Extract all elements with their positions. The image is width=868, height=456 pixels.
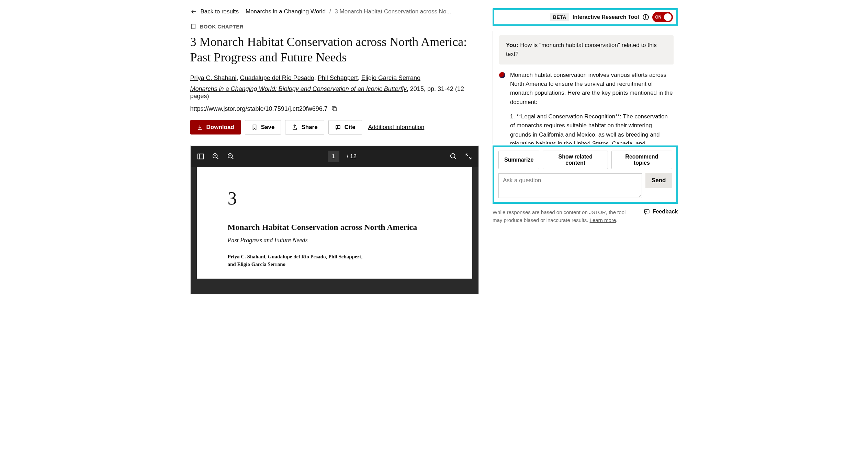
cite-label: Cite: [345, 124, 356, 131]
send-button[interactable]: Send: [645, 173, 672, 188]
viewer-toolbar: / 12: [191, 146, 478, 167]
back-to-results-label: Back to results: [201, 8, 239, 15]
download-icon: [197, 124, 203, 130]
back-to-results-link[interactable]: Back to results: [190, 8, 239, 15]
share-button[interactable]: Share: [285, 120, 324, 135]
chapter-authors: Priya C. Shahani, Guadalupe del Río Pesa…: [228, 253, 441, 268]
chapter-subtitle: Past Progress and Future Needs: [228, 237, 441, 244]
chapter-title: Monarch Habitat Conservation across Nort…: [228, 223, 441, 232]
share-label: Share: [301, 124, 317, 131]
share-icon: [292, 124, 298, 130]
page-title: 3 Monarch Habitat Conservation across No…: [190, 34, 479, 65]
stable-url: https://www.jstor.org/stable/10.7591/j.c…: [190, 105, 328, 113]
author-link[interactable]: Priya C. Shahani: [190, 74, 237, 81]
pdf-page: 3 Monarch Habitat Conservation across No…: [197, 167, 472, 279]
ai-avatar-icon: [499, 72, 505, 78]
author-link[interactable]: Guadalupe del Río Pesado: [240, 74, 314, 81]
ask-question-input[interactable]: [498, 173, 642, 198]
svg-rect-2: [336, 125, 340, 128]
research-tool-header: BETA Interactive Research Tool i ON: [493, 8, 678, 26]
ai-paragraph: Monarch habitat conservation involves va…: [510, 71, 674, 107]
page-total: / 12: [347, 153, 357, 160]
download-label: Download: [206, 124, 234, 131]
ai-paragraph: 1. **Legal and Conservation Recognition*…: [510, 112, 674, 144]
cite-button[interactable]: Cite: [328, 120, 362, 135]
research-tool-label: Interactive Research Tool: [573, 14, 639, 20]
sidebar-toggle-icon[interactable]: [197, 153, 204, 160]
disclaimer-text: While responses are based on content on …: [493, 209, 635, 224]
recommend-topics-chip[interactable]: Recommend topics: [611, 151, 672, 169]
toggle-knob: [664, 13, 672, 21]
document-type-label: BOOK CHAPTER: [200, 24, 244, 30]
zoom-out-icon[interactable]: [227, 153, 235, 160]
page-number-input[interactable]: [328, 151, 339, 162]
author-link[interactable]: Eligio García Serrano: [361, 74, 420, 81]
author-link[interactable]: Phil Schappert: [318, 74, 358, 81]
chat-panel[interactable]: You: How is "monarch habitat conservatio…: [493, 31, 678, 144]
chat-ai-message: Monarch habitat conservation involves va…: [499, 71, 674, 144]
svg-point-6: [451, 153, 455, 158]
book-icon: [190, 23, 196, 30]
svg-rect-3: [198, 154, 203, 159]
learn-more-link[interactable]: Learn more: [590, 217, 616, 223]
copy-icon[interactable]: [331, 106, 337, 112]
svg-rect-7: [644, 210, 649, 213]
source-title-link[interactable]: Monarchs in a Changing World: Biology an…: [190, 85, 407, 92]
cite-icon: [335, 124, 341, 130]
breadcrumb-current: 3 Monarch Habitat Conservation across No…: [335, 8, 451, 15]
arrow-left-icon: [190, 8, 197, 15]
viewer-body[interactable]: 3 Monarch Habitat Conservation across No…: [191, 167, 478, 294]
authors-line: Priya C. Shahani, Guadalupe del Río Pesa…: [190, 73, 479, 83]
chat-user-message: You: How is "monarch habitat conservatio…: [499, 35, 674, 65]
feedback-button[interactable]: Feedback: [644, 209, 678, 215]
feedback-label: Feedback: [653, 209, 678, 215]
svg-rect-1: [333, 108, 336, 111]
chat-user-prefix: You:: [506, 42, 519, 48]
tool-toggle[interactable]: ON: [652, 12, 673, 22]
breadcrumb-separator: /: [329, 8, 331, 15]
info-icon[interactable]: i: [643, 14, 649, 20]
pdf-viewer: / 12 3 Monarch Habitat Conservation acro…: [190, 145, 479, 294]
fullscreen-icon[interactable]: [465, 153, 472, 160]
bookmark-icon: [251, 124, 258, 130]
breadcrumb: Monarchs in a Changing World / 3 Monarch…: [246, 8, 451, 15]
source-line: Monarchs in a Changing World: Biology an…: [190, 85, 479, 100]
additional-information-link[interactable]: Additional information: [368, 124, 424, 131]
related-content-chip[interactable]: Show related content: [543, 151, 608, 169]
search-in-doc-icon[interactable]: [450, 153, 457, 160]
save-button[interactable]: Save: [245, 120, 281, 135]
beta-badge: BETA: [550, 13, 569, 21]
zoom-in-icon[interactable]: [212, 153, 219, 160]
summarize-chip[interactable]: Summarize: [498, 151, 539, 169]
chapter-number: 3: [228, 188, 441, 209]
save-label: Save: [261, 124, 275, 131]
toggle-state: ON: [655, 15, 662, 20]
breadcrumb-parent[interactable]: Monarchs in a Changing World: [246, 8, 326, 15]
download-button[interactable]: Download: [190, 120, 241, 135]
document-type: BOOK CHAPTER: [190, 23, 479, 30]
chat-user-text: How is "monarch habitat conservation" re…: [506, 42, 657, 57]
feedback-icon: [644, 209, 650, 215]
prompt-box: Summarize Show related content Recommend…: [493, 145, 678, 204]
